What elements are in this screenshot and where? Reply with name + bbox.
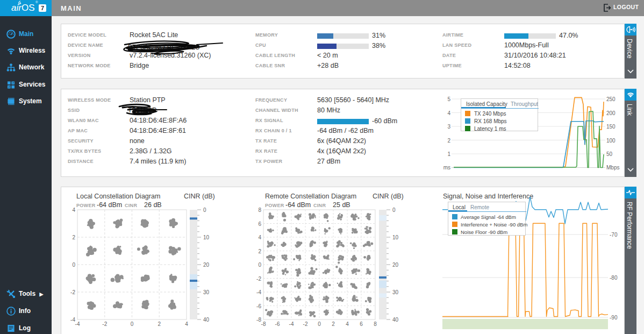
svg-text:10: 10 [203,234,210,240]
svg-text:-4: -4 [289,321,294,327]
svg-text:0: 0 [318,321,321,327]
svg-text:40: 40 [203,317,210,323]
svg-text:30: 30 [203,289,210,295]
svg-text:2: 2 [447,138,450,144]
svg-text:-6: -6 [275,321,280,327]
svg-text:50: 50 [606,151,613,157]
svg-text:-90: -90 [610,315,618,321]
svg-text:0: 0 [131,321,134,327]
svg-text:250: 250 [606,96,616,102]
svg-text:5: 5 [447,96,450,102]
svg-text:ms: ms [443,165,450,170]
svg-text:4: 4 [346,321,349,327]
svg-text:6: 6 [360,321,363,327]
svg-text:4: 4 [447,110,450,116]
svg-text:0: 0 [72,262,75,268]
svg-text:150: 150 [606,124,616,130]
svg-text:-4: -4 [256,289,261,295]
svg-text:-2: -2 [256,276,261,282]
svg-text:6: 6 [258,221,261,227]
svg-text:0: 0 [203,207,206,213]
svg-text:-2: -2 [102,321,107,327]
svg-text:-4: -4 [75,321,80,327]
svg-text:20: 20 [392,262,399,268]
svg-text:8: 8 [374,321,377,327]
svg-text:-2: -2 [70,289,75,295]
svg-text:2: 2 [158,321,161,327]
svg-text:-6: -6 [256,303,261,309]
svg-text:1: 1 [447,151,450,157]
svg-text:0: 0 [392,207,396,213]
svg-text:2: 2 [258,248,261,254]
svg-text:4: 4 [72,207,75,213]
svg-text:-2: -2 [303,321,308,327]
svg-text:200: 200 [606,110,616,116]
svg-text:10: 10 [392,234,399,240]
svg-text:8: 8 [258,207,261,213]
svg-text:40: 40 [392,317,399,323]
svg-text:100: 100 [606,138,616,144]
svg-text:4: 4 [258,234,261,240]
svg-text:2: 2 [72,234,75,240]
svg-text:Mbps: Mbps [606,165,619,170]
svg-text:-80: -80 [610,275,618,281]
svg-text:20: 20 [203,262,210,268]
svg-text:-8: -8 [261,321,266,327]
svg-text:30: 30 [392,289,399,295]
svg-text:3: 3 [447,124,450,130]
svg-text:0: 0 [258,262,261,268]
svg-text:-70: -70 [610,232,618,238]
svg-text:4: 4 [185,321,188,327]
svg-text:2: 2 [332,321,335,327]
